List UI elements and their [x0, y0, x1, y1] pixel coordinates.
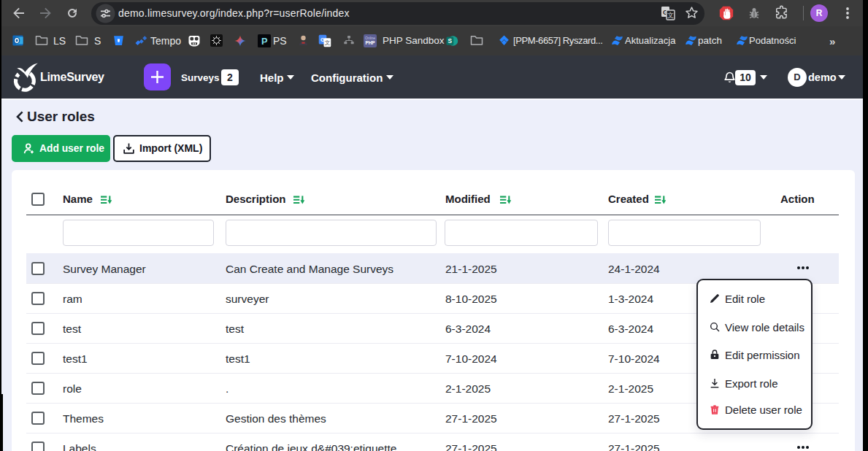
svg-text:P: P	[261, 36, 268, 47]
svg-text:文: 文	[325, 39, 331, 46]
svg-text:S: S	[448, 38, 453, 45]
svg-text:Online: Online	[365, 36, 375, 40]
svg-text:文: 文	[667, 12, 674, 19]
svg-text:PHP: PHP	[365, 40, 375, 45]
